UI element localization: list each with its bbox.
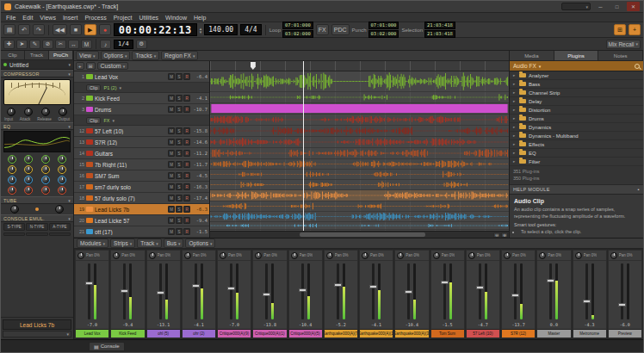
add-track-icon[interactable]: +	[76, 62, 84, 70]
volume-fader[interactable]	[230, 263, 232, 319]
attack-knob[interactable]	[24, 108, 33, 116]
fader-handle[interactable]	[547, 279, 554, 282]
clip-fx-label[interactable]: P1 (2)	[103, 85, 116, 90]
solo-button[interactable]: S	[176, 127, 183, 134]
fx-toggle-button[interactable]: FX	[316, 24, 329, 35]
solo-button[interactable]: S	[176, 139, 183, 146]
fader-handle[interactable]	[121, 289, 128, 293]
fader-handle[interactable]	[334, 283, 342, 287]
volume-fader[interactable]	[123, 263, 126, 319]
arm-button[interactable]: R	[183, 139, 190, 146]
volume-fader[interactable]	[621, 263, 623, 319]
console-emulator-toggle[interactable]	[26, 232, 47, 236]
expand-arrow-icon[interactable]: ▸	[513, 99, 517, 103]
mute-button[interactable]: M	[168, 217, 175, 224]
browser-category[interactable]: ▸EQ	[510, 149, 643, 158]
add-track-button[interactable]: +	[629, 24, 641, 35]
browser-category[interactable]: ▸Filter	[510, 158, 643, 166]
output-knob[interactable]	[59, 108, 67, 116]
expand-arrow-icon[interactable]: ▸	[513, 116, 517, 121]
menu-file[interactable]: File	[6, 15, 15, 21]
mix-recall-button[interactable]: Mix Recall ▾	[606, 40, 641, 49]
solo-button[interactable]: S	[176, 228, 183, 235]
tube-module-header[interactable]: TUBE ▾	[1, 196, 73, 204]
waveform-lane[interactable]	[210, 126, 509, 137]
waveform-lane[interactable]	[210, 212, 509, 222]
meter-display[interactable]: 4/4	[240, 24, 261, 35]
waveform-lane[interactable]	[210, 148, 509, 159]
inspector-tab-track[interactable]: Track	[25, 51, 49, 59]
menu-utilities[interactable]: Utilities	[139, 15, 159, 21]
grid-icon[interactable]: ⊞	[86, 62, 96, 70]
pin-icon[interactable]: ▪	[638, 187, 640, 192]
eq-band-knob[interactable]	[41, 176, 50, 184]
waveform-lane[interactable]	[210, 190, 509, 201]
mute-button[interactable]: M	[168, 183, 175, 190]
pan-knob[interactable]	[397, 252, 404, 259]
arm-button[interactable]: R	[183, 195, 190, 201]
waveform-lane[interactable]	[210, 103, 509, 115]
pan-knob[interactable]	[255, 252, 262, 259]
pan-knob[interactable]	[610, 252, 617, 259]
browser-category[interactable]: ▸Delay	[510, 97, 643, 106]
play-button[interactable]: ▶	[84, 24, 96, 35]
solo-button[interactable]: S	[176, 150, 183, 157]
loop-label[interactable]: Loop	[269, 28, 281, 33]
mute-button[interactable]: M	[168, 106, 175, 113]
fader-handle[interactable]	[405, 290, 412, 294]
screenset-button[interactable]: ⊞	[614, 24, 626, 35]
console-type-a-type[interactable]: A-TYPE	[49, 223, 71, 231]
fader-handle[interactable]	[476, 286, 484, 289]
arm-button[interactable]: R	[183, 183, 190, 190]
volume-fader[interactable]	[265, 263, 268, 319]
waveform-lane[interactable]	[210, 115, 509, 126]
console-emulator-toggle[interactable]	[49, 232, 71, 236]
track-name-dropdown[interactable]: ▾	[3, 331, 71, 338]
track-row[interactable]: 20Lead Licke 57MSR-9.4	[74, 215, 209, 226]
scrollbar-thumb[interactable]	[300, 232, 425, 237]
waveform-lane[interactable]	[210, 159, 509, 170]
undo-button[interactable]: ↶	[18, 24, 30, 35]
fader-handle[interactable]	[618, 303, 626, 307]
eq-graph[interactable]	[3, 131, 71, 152]
mute-button[interactable]: M	[168, 172, 175, 179]
arm-button[interactable]: R	[183, 217, 190, 224]
solo-button[interactable]: S	[176, 183, 183, 190]
pan-knob[interactable]	[504, 252, 511, 259]
mute-button[interactable]: M	[168, 206, 175, 213]
console-emulator-header[interactable]: CONSOLE EMUL. ▾	[1, 214, 73, 222]
inspector-tab-clip[interactable]: Clip	[1, 51, 25, 59]
tube-drive-knob[interactable]	[10, 205, 19, 214]
minimize-button[interactable]: ─	[594, 2, 607, 11]
volume-fader[interactable]	[159, 263, 162, 319]
audio-fx-header[interactable]: Audio FX ▾	[510, 61, 643, 71]
pan-knob[interactable]	[149, 252, 156, 259]
pan-knob[interactable]	[433, 252, 440, 259]
time-spin-down-icon[interactable]: ▾	[200, 30, 202, 34]
menu-insert[interactable]: Insert	[63, 15, 78, 21]
eq-band-knob[interactable]	[41, 186, 50, 195]
arm-button[interactable]: R	[183, 228, 190, 235]
punch-start-time[interactable]: 07:01:000	[368, 22, 399, 29]
arm-button[interactable]: R	[183, 73, 190, 80]
pan-knob[interactable]	[326, 252, 333, 259]
eq-band-knob[interactable]	[58, 155, 66, 164]
console-emulator-toggle[interactable]	[3, 232, 25, 236]
volume-fader[interactable]	[337, 263, 339, 319]
eq-band-knob[interactable]	[58, 186, 66, 195]
solo-button[interactable]: S	[176, 161, 183, 168]
help-module-header[interactable]: HELP MODULE ▪	[510, 185, 643, 195]
maximize-button[interactable]: □	[610, 2, 623, 11]
browser-category[interactable]: ▸Analyzer	[510, 71, 643, 80]
track-control-preset[interactable]: Custom ▾	[97, 62, 129, 70]
browser-category[interactable]: ▸Dynamics - Multiband	[510, 132, 643, 140]
expand-arrow-icon[interactable]: ▸	[513, 142, 517, 146]
track-row[interactable]: 19Lead Licks 7bMSR-6.3	[74, 204, 209, 215]
solo-button[interactable]: S	[176, 73, 183, 80]
redo-button[interactable]: ↷	[33, 24, 45, 35]
release-knob[interactable]	[41, 108, 50, 116]
expand-arrow-icon[interactable]: ▸	[513, 159, 517, 164]
pan-knob[interactable]	[184, 252, 191, 259]
expand-arrow-icon[interactable]: ▸	[513, 108, 517, 112]
fader-handle[interactable]	[511, 294, 519, 297]
